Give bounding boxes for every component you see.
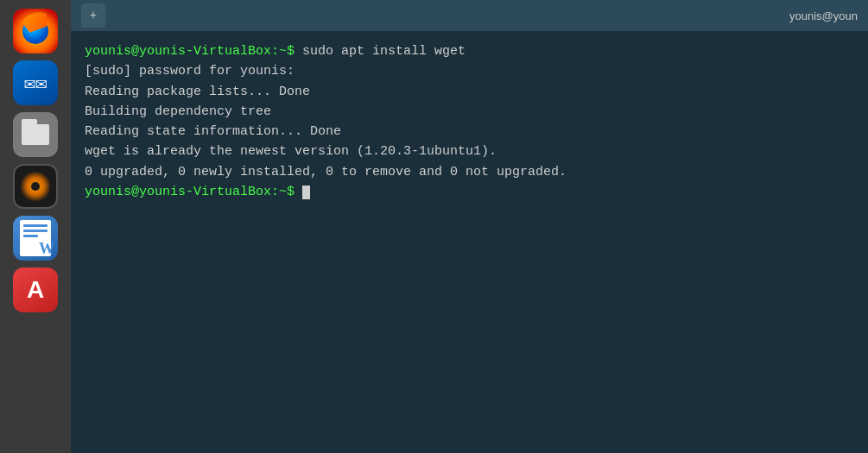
terminal-line-3: Reading package lists... Done — [85, 82, 854, 102]
terminal-output[interactable]: younis@younis-VirtualBox:~$ sudo apt ins… — [71, 31, 868, 453]
sidebar-item-firefox[interactable] — [13, 9, 58, 53]
taskbar: ✉ — [0, 0, 71, 453]
terminal-titlebar: + younis@youn — [71, 0, 868, 31]
terminal-line-2: [sudo] password for younis: — [85, 61, 854, 81]
terminal-line-4: Building dependency tree — [85, 102, 854, 122]
sidebar-item-thunderbird[interactable]: ✉ — [13, 60, 58, 105]
terminal-line-5: Reading state information... Done — [85, 122, 854, 142]
plus-icon: + — [90, 9, 97, 22]
terminal-window: + younis@youn younis@younis-VirtualBox:~… — [71, 0, 868, 453]
final-prompt-text: younis@younis-VirtualBox:~$ — [85, 185, 295, 199]
terminal-prompt-final: younis@younis-VirtualBox:~$ — [85, 182, 854, 202]
new-tab-button[interactable]: + — [81, 3, 105, 28]
terminal-line-7: 0 upgraded, 0 newly installed, 0 to remo… — [85, 162, 854, 182]
prompt-1: younis@younis-VirtualBox:~$ — [85, 44, 295, 59]
sidebar-item-writer[interactable] — [13, 216, 58, 261]
sidebar-item-files[interactable] — [13, 112, 58, 157]
terminal-title: younis@youn — [789, 9, 858, 22]
terminal-line-6: wget is already the newest version (1.20… — [85, 142, 854, 161]
cursor-blink — [302, 186, 310, 199]
sidebar-item-rhythmbox[interactable] — [13, 164, 58, 209]
sidebar-item-appstore[interactable] — [13, 267, 58, 312]
command-1: sudo apt install wget — [302, 44, 466, 59]
terminal-line-1: younis@younis-VirtualBox:~$ sudo apt ins… — [85, 41, 854, 61]
